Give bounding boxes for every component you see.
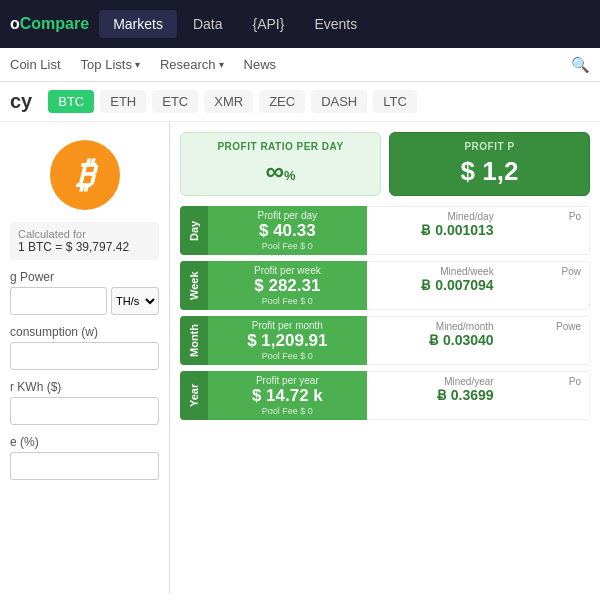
pool-fee-label: e (%) xyxy=(10,435,159,449)
mined-cell: Mined/day Ƀ 0.001013 xyxy=(367,206,502,255)
power-cell: Po xyxy=(502,206,590,255)
coin-tabs-bar: cy BTCETHETCXMRZECDASHLTC xyxy=(0,82,600,122)
mined-value: Ƀ 0.3699 xyxy=(375,387,494,403)
profit-card-unit: % xyxy=(284,168,296,183)
dropdown-arrow-icon: ▾ xyxy=(135,59,140,70)
top-nav-item-api[interactable]: {API} xyxy=(239,10,299,38)
second-nav-item-coinlist[interactable]: Coin List xyxy=(10,57,61,72)
profit-label: Profit per month xyxy=(216,320,359,331)
mined-value: Ƀ 0.001013 xyxy=(375,222,494,238)
profit-value: $ 14.72 k xyxy=(216,386,359,406)
period-label: Week xyxy=(180,261,208,310)
period-label: Month xyxy=(180,316,208,365)
coin-tab-etc[interactable]: ETC xyxy=(152,90,198,113)
profit-cell: Profit per year $ 14.72 k Pool Fee $ 0 xyxy=(208,371,367,420)
logo-prefix: o xyxy=(10,15,20,32)
hashing-power-unit-select[interactable]: TH/s GH/s MH/s xyxy=(111,287,159,315)
search-icon[interactable]: 🔍 xyxy=(571,56,590,74)
second-nav-item-toplists[interactable]: Top Lists▾ xyxy=(81,57,140,72)
profit-card-label: PROFIT P xyxy=(402,141,577,152)
pool-fee: Pool Fee $ 0 xyxy=(216,241,359,251)
left-panel: ₿ Calculated for 1 BTC = $ 39,797.42 g P… xyxy=(0,122,170,594)
coin-tab-eth[interactable]: ETH xyxy=(100,90,146,113)
mined-label: Mined/week xyxy=(375,266,494,277)
coin-tab-zec[interactable]: ZEC xyxy=(259,90,305,113)
profit-card-profit-month: PROFIT P $ 1,2 xyxy=(389,132,590,196)
profit-value: $ 1,209.91 xyxy=(216,331,359,351)
hashing-power-group: g Power TH/s GH/s MH/s xyxy=(10,270,159,315)
power-consumption-label: consumption (w) xyxy=(10,325,159,339)
mined-cell: Mined/month Ƀ 0.03040 xyxy=(367,316,502,365)
profit-label: Profit per year xyxy=(216,375,359,386)
pool-fee: Pool Fee $ 0 xyxy=(216,406,359,416)
mined-value: Ƀ 0.007094 xyxy=(375,277,494,293)
profit-card-profit-ratio-day: PROFIT RATIO PER DAY ∞% xyxy=(180,132,381,196)
profit-card-value: ∞% xyxy=(193,156,368,187)
profit-value: $ 282.31 xyxy=(216,276,359,296)
top-nav-item-markets[interactable]: Markets xyxy=(99,10,177,38)
cost-per-kwh-input[interactable] xyxy=(10,397,159,425)
logo[interactable]: oCompare xyxy=(10,15,89,33)
profit-cell: Profit per month $ 1,209.91 Pool Fee $ 0 xyxy=(208,316,367,365)
profit-cards: PROFIT RATIO PER DAY ∞% PROFIT P $ 1,2 xyxy=(180,132,590,196)
power-label: Pow xyxy=(510,266,581,277)
pool-fee-input[interactable] xyxy=(10,452,159,480)
mined-value: Ƀ 0.03040 xyxy=(375,332,494,348)
coin-tab-dash[interactable]: DASH xyxy=(311,90,367,113)
right-panel: PROFIT RATIO PER DAY ∞% PROFIT P $ 1,2 D… xyxy=(170,122,600,594)
period-label: Year xyxy=(180,371,208,420)
power-consumption-group: consumption (w) xyxy=(10,325,159,370)
main-content: ₿ Calculated for 1 BTC = $ 39,797.42 g P… xyxy=(0,122,600,594)
hashing-power-input[interactable] xyxy=(10,287,107,315)
pool-fee: Pool Fee $ 0 xyxy=(216,351,359,361)
mining-row-year: Year Profit per year $ 14.72 k Pool Fee … xyxy=(180,371,590,420)
power-cell: Po xyxy=(502,371,590,420)
top-nav-item-events[interactable]: Events xyxy=(300,10,371,38)
calc-for-value: 1 BTC = $ 39,797.42 xyxy=(18,240,151,254)
mining-row-month: Month Profit per month $ 1,209.91 Pool F… xyxy=(180,316,590,365)
profit-value: $ 40.33 xyxy=(216,221,359,241)
mined-label: Mined/month xyxy=(375,321,494,332)
power-label: Powe xyxy=(510,321,581,332)
profit-cell: Profit per week $ 282.31 Pool Fee $ 0 xyxy=(208,261,367,310)
profit-label: Profit per day xyxy=(216,210,359,221)
bitcoin-icon: ₿ xyxy=(50,140,120,210)
mined-label: Mined/day xyxy=(375,211,494,222)
profit-cell: Profit per day $ 40.33 Pool Fee $ 0 xyxy=(208,206,367,255)
second-nav-item-news[interactable]: News xyxy=(244,57,277,72)
top-nav-item-data[interactable]: Data xyxy=(179,10,237,38)
calc-for-box: Calculated for 1 BTC = $ 39,797.42 xyxy=(10,222,159,260)
mining-row-week: Week Profit per week $ 282.31 Pool Fee $… xyxy=(180,261,590,310)
mining-row-day: Day Profit per day $ 40.33 Pool Fee $ 0 … xyxy=(180,206,590,255)
cost-per-kwh-group: r KWh ($) xyxy=(10,380,159,425)
profit-label: Profit per week xyxy=(216,265,359,276)
profit-card-label: PROFIT RATIO PER DAY xyxy=(193,141,368,152)
power-cell: Pow xyxy=(502,261,590,310)
power-cell: Powe xyxy=(502,316,590,365)
mined-cell: Mined/week Ƀ 0.007094 xyxy=(367,261,502,310)
dropdown-arrow-icon: ▾ xyxy=(219,59,224,70)
second-nav: Coin ListTop Lists▾Research▾News🔍 xyxy=(0,48,600,82)
mining-rows-container: Day Profit per day $ 40.33 Pool Fee $ 0 … xyxy=(180,206,590,420)
power-consumption-input[interactable] xyxy=(10,342,159,370)
profit-card-value: $ 1,2 xyxy=(402,156,577,187)
power-label: Po xyxy=(510,211,581,222)
coin-tab-btc[interactable]: BTC xyxy=(48,90,94,113)
cost-per-kwh-label: r KWh ($) xyxy=(10,380,159,394)
coin-tab-ltc[interactable]: LTC xyxy=(373,90,417,113)
hashing-power-label: g Power xyxy=(10,270,159,284)
pool-fee-group: e (%) xyxy=(10,435,159,480)
mined-label: Mined/year xyxy=(375,376,494,387)
coin-tab-xmr[interactable]: XMR xyxy=(204,90,253,113)
second-nav-item-research[interactable]: Research▾ xyxy=(160,57,224,72)
pool-fee: Pool Fee $ 0 xyxy=(216,296,359,306)
power-label: Po xyxy=(510,376,581,387)
mined-cell: Mined/year Ƀ 0.3699 xyxy=(367,371,502,420)
top-nav: oCompare MarketsData{API}Events xyxy=(0,0,600,48)
period-label: Day xyxy=(180,206,208,255)
top-nav-items: MarketsData{API}Events xyxy=(99,10,371,38)
logo-name: Compare xyxy=(20,15,89,32)
calc-for-label: Calculated for xyxy=(18,228,151,240)
page-title: cy xyxy=(10,90,32,113)
